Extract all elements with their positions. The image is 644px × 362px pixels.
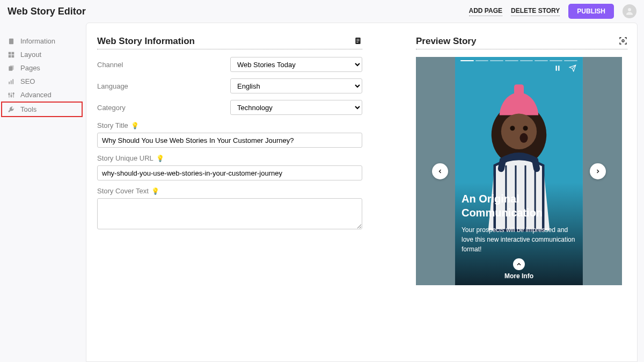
chevron-right-icon <box>595 168 601 175</box>
field-language: Language English <box>97 78 362 93</box>
bulb-icon: 💡 <box>156 155 164 162</box>
svg-rect-4 <box>9 55 11 57</box>
svg-rect-7 <box>10 65 14 69</box>
preview-body: Your prospects will be impressed and lov… <box>462 225 576 254</box>
sidebar-item-advanced[interactable]: Advanced <box>0 88 86 102</box>
avatar[interactable] <box>623 4 636 18</box>
more-info-button[interactable]: More Info <box>455 258 583 285</box>
document-icon <box>354 37 362 47</box>
main-panel: Web Story Information Channel Web Storie… <box>86 23 638 362</box>
bulb-icon: 💡 <box>151 187 159 195</box>
body: Information Layout Pages SEO Advanced To… <box>0 23 644 362</box>
preview-stage: An Original Communication Your prospects… <box>416 57 622 285</box>
sidebar-item-label: Layout <box>20 50 41 59</box>
svg-point-26 <box>501 114 537 149</box>
svg-rect-5 <box>12 55 14 57</box>
header-actions: ADD PAGE DELETE STORY PUBLISH <box>469 4 636 19</box>
bulb-icon: 💡 <box>131 122 139 129</box>
language-select[interactable]: English <box>230 78 362 93</box>
next-button[interactable] <box>590 163 606 179</box>
url-label: Story Unique URL <box>97 154 153 162</box>
svg-point-27 <box>510 126 515 131</box>
field-channel: Channel Web Stories Today <box>97 57 362 72</box>
delete-story-button[interactable]: DELETE STORY <box>511 7 560 16</box>
document-icon <box>8 38 15 45</box>
progress-bars <box>460 60 577 61</box>
sidebar-item-label: Advanced <box>20 91 52 99</box>
field-url: Story Unique URL💡 <box>97 154 362 180</box>
overlay-text: An Original Communication Your prospects… <box>455 192 583 258</box>
field-cover: Story Cover Text💡 <box>97 187 362 231</box>
section-head-preview: Preview Story <box>416 36 627 49</box>
sidebar-item-layout[interactable]: Layout <box>0 48 86 61</box>
svg-point-14 <box>9 93 10 95</box>
section-title: Web Story Information <box>97 36 195 47</box>
field-category: Category Technology <box>97 100 362 115</box>
url-input[interactable] <box>97 165 362 180</box>
svg-rect-3 <box>12 52 14 54</box>
category-select[interactable]: Technology <box>230 100 362 115</box>
svg-rect-25 <box>514 84 524 96</box>
svg-rect-10 <box>12 79 13 84</box>
form-column: Web Story Information Channel Web Storie… <box>97 36 362 352</box>
title-label: Story Title <box>97 121 128 129</box>
svg-rect-20 <box>356 42 358 42</box>
preview-frame: An Original Communication Your prospects… <box>455 57 583 285</box>
add-page-button[interactable]: ADD PAGE <box>469 7 502 16</box>
pause-icon[interactable] <box>554 64 561 74</box>
chevron-left-icon <box>437 168 443 175</box>
sidebar-item-information[interactable]: Information <box>0 34 86 48</box>
sidebar-item-pages[interactable]: Pages <box>0 61 86 75</box>
svg-rect-22 <box>556 66 557 70</box>
more-info-label: More Info <box>455 272 583 280</box>
preview-heading: An Original Communication <box>462 192 576 220</box>
svg-rect-8 <box>9 82 10 84</box>
svg-rect-1 <box>9 38 13 44</box>
sidebar: Information Layout Pages SEO Advanced To… <box>0 23 86 362</box>
story-top-controls <box>554 64 576 74</box>
sidebar-item-tools[interactable]: Tools <box>2 103 82 116</box>
share-icon[interactable] <box>569 64 576 74</box>
sidebar-item-seo[interactable]: SEO <box>0 75 86 88</box>
svg-point-21 <box>622 40 624 42</box>
cover-label: Story Cover Text <box>97 187 149 195</box>
svg-rect-18 <box>356 39 359 40</box>
cover-textarea[interactable] <box>97 198 362 229</box>
header: Web Story Editor ADD PAGE DELETE STORY P… <box>0 0 644 23</box>
stack-icon <box>8 64 15 72</box>
svg-point-16 <box>13 92 14 93</box>
svg-point-29 <box>520 133 528 143</box>
channel-label: Channel <box>97 61 230 69</box>
chevron-up-icon <box>513 258 525 270</box>
sidebar-item-label: Information <box>20 37 55 45</box>
prev-button[interactable] <box>432 163 448 179</box>
sidebar-item-label: Tools <box>20 105 36 113</box>
svg-rect-9 <box>11 80 12 84</box>
sidebar-item-label: Pages <box>20 64 40 72</box>
channel-select[interactable]: Web Stories Today <box>230 57 362 72</box>
preview-column: Preview Story <box>416 36 627 352</box>
svg-rect-2 <box>9 52 11 54</box>
grid-icon <box>8 51 15 59</box>
wrench-icon <box>8 106 15 113</box>
sliders-icon <box>8 91 15 99</box>
category-label: Category <box>97 104 230 112</box>
preview-title: Preview Story <box>416 36 476 47</box>
svg-rect-23 <box>558 66 559 70</box>
sidebar-item-label: SEO <box>20 77 35 85</box>
svg-rect-19 <box>356 40 359 41</box>
chart-icon <box>8 78 15 85</box>
sidebar-tools-highlight: Tools <box>1 102 83 117</box>
field-title: Story Title💡 <box>97 121 362 148</box>
language-label: Language <box>97 82 230 90</box>
svg-point-15 <box>11 95 12 96</box>
app-title: Web Story Editor <box>8 6 86 17</box>
publish-button[interactable]: PUBLISH <box>568 4 614 19</box>
svg-point-28 <box>523 126 528 131</box>
section-head-info: Web Story Information <box>97 36 362 49</box>
user-icon <box>625 6 634 16</box>
scan-icon[interactable] <box>619 37 627 47</box>
svg-point-0 <box>628 8 631 11</box>
title-input[interactable] <box>97 133 362 148</box>
